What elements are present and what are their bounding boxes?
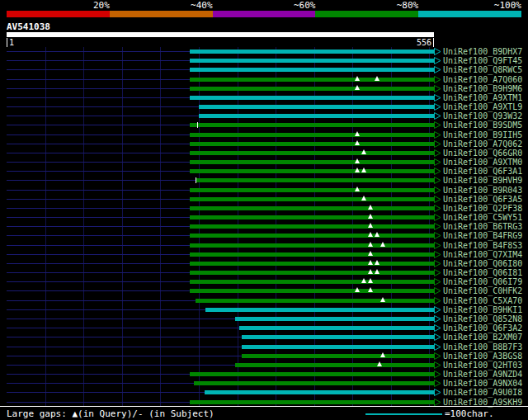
hit-bar[interactable] xyxy=(199,114,434,118)
hit-bar[interactable] xyxy=(242,345,434,349)
hit-label[interactable]: UniRef100_B9DHX7 xyxy=(443,47,522,56)
hit-bar[interactable] xyxy=(242,354,434,358)
hit-label[interactable]: UniRef100_A7Q062 xyxy=(443,139,522,149)
hit-label[interactable]: UniRef100_Q66GR0 xyxy=(443,149,522,158)
hit-label[interactable]: UniRef100_Q06I79 xyxy=(443,277,522,286)
hit-label[interactable]: UniRef100_B9IIH5 xyxy=(443,130,522,139)
hit-bar[interactable] xyxy=(239,326,434,330)
hit-label[interactable]: UniRef100_Q7XIM4 xyxy=(443,250,522,259)
hit-arrow-icon xyxy=(434,278,441,286)
hit-bar[interactable] xyxy=(190,280,434,284)
hit-bar[interactable] xyxy=(190,400,434,404)
hit-label[interactable]: UniRef100_Q2PF38 xyxy=(443,204,522,213)
hit-arrow-icon xyxy=(434,103,441,111)
hit-label[interactable]: UniRef100_Q6F3A1 xyxy=(443,167,522,176)
hit-row: UniRef100_A7Q062 xyxy=(0,139,528,149)
hit-label[interactable]: UniRef100_A7Q060 xyxy=(443,75,522,84)
hit-bar[interactable] xyxy=(190,87,434,91)
hit-bar[interactable] xyxy=(190,96,434,100)
hit-arrow-icon xyxy=(434,214,441,221)
hit-bar[interactable] xyxy=(196,299,434,303)
hit-arrow-icon xyxy=(434,121,441,129)
hit-bar[interactable] xyxy=(190,59,434,63)
hit-bar[interactable] xyxy=(190,133,434,137)
hit-arrow-icon xyxy=(434,223,441,230)
hit-row: UniRef100_A9NX04 xyxy=(0,379,528,388)
hit-label[interactable]: UniRef100_B8B7F3 xyxy=(443,342,522,352)
hit-bar[interactable] xyxy=(196,178,434,182)
gap-marker-icon xyxy=(368,251,373,256)
hit-label[interactable]: UniRef100_Q6F3A5 xyxy=(443,195,522,204)
ruler-start-label: 1 xyxy=(7,38,14,47)
hit-bar[interactable] xyxy=(190,142,434,146)
hit-bar[interactable] xyxy=(190,169,434,173)
hit-bar[interactable] xyxy=(190,289,434,293)
hit-label[interactable]: UniRef100_B4FRG9 xyxy=(443,231,522,240)
hit-bar[interactable] xyxy=(194,381,434,385)
hit-label[interactable]: UniRef100_A9U0I8 xyxy=(443,388,522,397)
hit-label[interactable]: UniRef100_Q6F3A2 xyxy=(443,323,522,333)
gap-marker-icon xyxy=(361,278,366,283)
hit-label[interactable]: UniRef100_B6TRG3 xyxy=(443,222,522,231)
hit-label[interactable]: UniRef100_Q06I81 xyxy=(443,268,522,277)
hit-row: UniRef100_Q6F3A1 xyxy=(0,167,528,176)
hit-row: UniRef100_B4F8S3 xyxy=(0,241,528,250)
hit-row: UniRef100_Q8RWC5 xyxy=(0,65,528,74)
hit-label[interactable]: UniRef100_C5XA70 xyxy=(443,296,522,305)
hit-label[interactable]: UniRef100_C0HFK2 xyxy=(443,286,522,295)
hit-bar[interactable] xyxy=(190,271,434,275)
hit-label[interactable]: UniRef100_Q06I80 xyxy=(443,259,522,268)
hit-bar[interactable] xyxy=(190,252,434,257)
hit-bar[interactable] xyxy=(190,243,434,248)
hit-bar[interactable] xyxy=(190,151,434,155)
hit-label[interactable]: UniRef100_B9HVH9 xyxy=(443,176,522,185)
hit-bar[interactable] xyxy=(190,197,434,201)
hit-label[interactable]: UniRef100_A9SKH9 xyxy=(443,398,522,407)
hit-label[interactable]: UniRef100_B9H9M6 xyxy=(443,84,522,93)
hit-bar[interactable] xyxy=(190,262,434,266)
hit-bar[interactable] xyxy=(190,123,434,127)
hit-label[interactable]: UniRef100_B9R043 xyxy=(443,186,522,195)
hit-bar[interactable] xyxy=(235,363,434,367)
hit-bar[interactable] xyxy=(190,372,434,376)
gap-marker-icon xyxy=(368,278,373,283)
hit-label[interactable]: UniRef100_A9XTL9 xyxy=(443,102,522,111)
hit-arrow-icon xyxy=(434,315,441,323)
hit-bar[interactable] xyxy=(190,188,434,192)
hit-row: UniRef100_A9XTM0 xyxy=(0,158,528,167)
scale-label: 20% xyxy=(7,1,110,10)
hit-row: UniRef100_C5XA70 xyxy=(0,296,528,305)
hit-bar[interactable] xyxy=(190,50,434,54)
hit-label[interactable]: UniRef100_A9XTM1 xyxy=(443,93,522,102)
hit-bar[interactable] xyxy=(190,215,434,219)
hit-label[interactable]: UniRef100_Q2HT03 xyxy=(443,361,522,370)
hit-arrow-icon xyxy=(434,76,441,83)
hit-label[interactable]: UniRef100_A3BGS8 xyxy=(443,352,522,361)
hit-label[interactable]: UniRef100_Q852N8 xyxy=(443,314,522,323)
hit-label[interactable]: UniRef100_Q9FT45 xyxy=(443,56,522,65)
hit-label[interactable]: UniRef100_A9NZD4 xyxy=(443,370,522,379)
hit-bar[interactable] xyxy=(190,160,434,164)
hit-bar[interactable] xyxy=(242,335,434,339)
hit-bar[interactable] xyxy=(190,78,434,82)
hit-label[interactable]: UniRef100_Q8RWC5 xyxy=(443,65,522,74)
hit-arrow-icon xyxy=(434,287,441,295)
hit-label[interactable]: UniRef100_A9NX04 xyxy=(443,379,522,388)
hit-bar[interactable] xyxy=(190,234,434,238)
hit-bar[interactable] xyxy=(199,105,434,109)
hit-bar[interactable] xyxy=(205,390,434,394)
hit-label[interactable]: UniRef100_A9XTM0 xyxy=(443,158,522,167)
hit-bar[interactable] xyxy=(235,317,434,321)
hit-bar[interactable] xyxy=(190,224,434,229)
hit-bar[interactable] xyxy=(190,68,434,72)
hit-label[interactable]: UniRef100_C5WY51 xyxy=(443,213,522,222)
hit-bar[interactable] xyxy=(205,308,434,312)
gap-marker-icon xyxy=(355,131,360,136)
hit-bar[interactable] xyxy=(190,206,434,210)
hit-label[interactable]: UniRef100_B9SDM5 xyxy=(443,120,522,130)
hit-label[interactable]: UniRef100_Q93W32 xyxy=(443,111,522,120)
hit-label[interactable]: UniRef100_B4F8S3 xyxy=(443,241,522,250)
hit-label[interactable]: UniRef100_B2XM07 xyxy=(443,333,522,342)
hit-arrow-icon xyxy=(434,380,441,387)
hit-label[interactable]: UniRef100_B9HKI1 xyxy=(443,305,522,314)
